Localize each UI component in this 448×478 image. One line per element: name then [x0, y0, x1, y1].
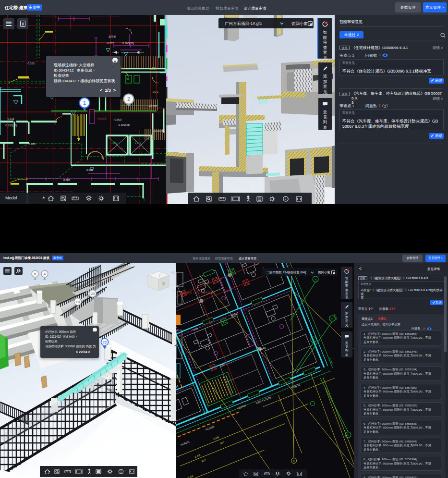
svg-text:修改层（尺寸不符合3015）: 修改层（尺寸不符合3015） — [184, 291, 216, 294]
svg-text:22: 22 — [103, 340, 107, 344]
svg-text:7400: 7400 — [189, 416, 196, 421]
svg-text:H: H — [347, 434, 349, 437]
svg-text:2.4米: 2.4米 — [187, 474, 194, 478]
svg-text:后: 后 — [162, 282, 166, 286]
svg-text:YC1025: YC1025 — [205, 425, 215, 431]
svg-text:+0.000: +0.000 — [149, 105, 157, 108]
svg-text:0.085: 0.085 — [63, 179, 70, 182]
svg-text:6: 6 — [34, 272, 36, 276]
svg-text:SF: SF — [126, 78, 129, 81]
svg-text:10: 10 — [76, 300, 80, 304]
svg-text:H: H — [331, 318, 333, 320]
svg-text:0.100(JB): 0.100(JB) — [122, 42, 134, 45]
svg-text:20: 20 — [91, 292, 95, 296]
svg-text:4: 4 — [44, 272, 46, 276]
svg-text:-0.015: -0.015 — [7, 117, 14, 120]
svg-text:H: H — [315, 278, 316, 281]
svg-text:2: 2 — [127, 96, 130, 102]
svg-text:0.100(JB): 0.100(JB) — [153, 129, 164, 132]
svg-text:+0.000: +0.000 — [113, 118, 121, 121]
svg-text:H: H — [313, 339, 315, 342]
svg-text:TW1220Z: TW1220Z — [176, 384, 179, 392]
svg-text:-0.100: -0.100 — [27, 62, 35, 65]
svg-text:2.4米: 2.4米 — [213, 435, 220, 441]
svg-text:丁: 丁 — [158, 273, 162, 277]
svg-text:-0.100(JB): -0.100(JB) — [118, 123, 130, 126]
svg-text:架空层: 架空层 — [109, 35, 116, 38]
svg-text:YCB231: YCB231 — [180, 440, 190, 446]
svg-text:YC8031: YC8031 — [237, 404, 247, 410]
svg-text:0.085: 0.085 — [29, 143, 36, 146]
svg-text:5480: 5480 — [259, 346, 266, 351]
svg-text:1.500: 1.500 — [150, 67, 156, 69]
svg-text:-0.100(JB): -0.100(JB) — [5, 124, 17, 127]
svg-text:1: 1 — [83, 100, 86, 106]
svg-text:907: 907 — [201, 458, 206, 463]
svg-text:1-DT2: 1-DT2 — [135, 142, 141, 144]
svg-text:8: 8 — [293, 460, 295, 463]
svg-text:-0.015: -0.015 — [107, 42, 114, 45]
svg-text:6600: 6600 — [333, 314, 338, 320]
svg-text:907: 907 — [220, 441, 225, 445]
svg-text:LT1-1: LT1-1 — [153, 91, 158, 93]
svg-text:YC8031: YC8031 — [291, 383, 301, 389]
svg-text:E29: E29 — [219, 363, 225, 367]
svg-text:6000: 6000 — [328, 358, 333, 365]
svg-text:合同前室: 合同前室 — [97, 117, 107, 121]
svg-text:1-DT1: 1-DT1 — [111, 142, 118, 144]
svg-text:2.4米: 2.4米 — [194, 453, 201, 458]
